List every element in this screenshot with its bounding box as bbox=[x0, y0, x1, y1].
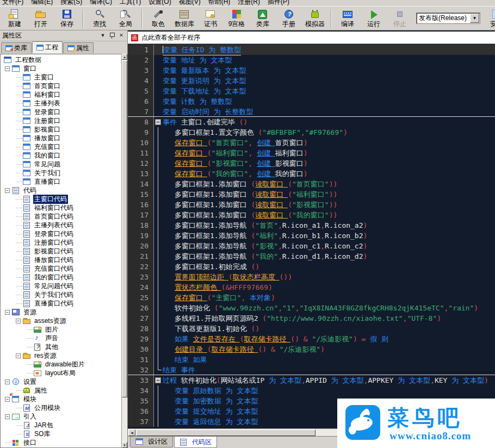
tree-item[interactable]: 主播列表代码 bbox=[1, 221, 121, 229]
tree-item[interactable]: 关于我们 bbox=[1, 169, 121, 177]
toolbar-button-grid9[interactable]: 9宫格 bbox=[224, 8, 250, 29]
tree-item[interactable]: 首页窗口代码 bbox=[1, 212, 121, 221]
toolbar-button-library[interactable]: 类库 bbox=[250, 8, 276, 29]
panel-tab-属性[interactable]: 属性 bbox=[63, 42, 94, 53]
tree-item[interactable]: 属性 bbox=[1, 386, 121, 395]
code-line[interactable]: 16多窗口框架1.添加窗口 (读取窗口 ("影视窗口")) bbox=[128, 200, 495, 210]
tree-collapse-icon[interactable]: − bbox=[5, 397, 10, 402]
menu-item[interactable]: 插件(P) bbox=[268, 0, 289, 6]
tree-collapse-icon[interactable]: − bbox=[5, 310, 10, 315]
build-config-select[interactable]: 发布版(Release)▼ bbox=[416, 13, 480, 24]
tree-item[interactable]: 播放窗口 bbox=[1, 134, 121, 142]
code-line[interactable]: 1变量 任务ID 为 整数型 bbox=[128, 45, 495, 55]
tree-item[interactable]: 关于我们代码 bbox=[1, 290, 121, 299]
tree-item[interactable]: 工程数据 bbox=[1, 55, 121, 64]
scroll-down-icon[interactable]: ▼ bbox=[122, 442, 127, 448]
code-line[interactable]: 13保存窗口 ("我的窗口", 创建 我的窗口) bbox=[128, 169, 495, 179]
code-line[interactable]: 33−过程 软件初始化(网站域名或IP 为 文本型,APPID 为 文本型,AP… bbox=[128, 375, 495, 385]
tree-item[interactable]: 福利窗口 bbox=[1, 90, 121, 99]
tree-item[interactable]: 直播窗口 bbox=[1, 177, 121, 186]
tree-collapse-icon[interactable]: − bbox=[5, 188, 10, 193]
code-line[interactable]: 5变量 下载地址 为 文本型 bbox=[128, 86, 495, 96]
code-line[interactable]: 15多窗口框架1.添加窗口 (读取窗口 ("福利窗口")) bbox=[128, 189, 495, 200]
code-line[interactable]: 4变量 更新说明 为 文本型 bbox=[128, 76, 495, 86]
scroll-up-icon[interactable]: ▲ bbox=[122, 54, 127, 60]
tree-item[interactable]: 直播窗口代码 bbox=[1, 299, 121, 308]
code-line[interactable]: 21多窗口框架1.添加导航 ("我的",R.icon_d1,R.icon_d2) bbox=[128, 251, 495, 262]
code-line[interactable]: 19多窗口框架1.添加导航 ("福利",R.icon_b1,R.icon_b2) bbox=[128, 231, 495, 241]
tree-item[interactable]: 我的窗口 bbox=[1, 151, 121, 160]
tree-item[interactable]: −res资源 bbox=[1, 351, 121, 360]
code-line[interactable]: 27多线程1.开始取网页源码2 ("http://www.90zzh.cn/xi… bbox=[128, 313, 495, 323]
menu-item[interactable]: 编译(C) bbox=[90, 0, 112, 6]
tree-item[interactable]: SO库 bbox=[1, 430, 121, 438]
code-line[interactable]: 2变量 地址 为 文本型 bbox=[128, 55, 495, 65]
tree-item[interactable]: −代码 bbox=[1, 186, 121, 195]
fold-collapse-icon[interactable]: − bbox=[155, 377, 161, 383]
close-icon[interactable]: ✕ bbox=[117, 32, 125, 39]
tree-collapse-icon[interactable]: − bbox=[16, 353, 21, 358]
code-line[interactable]: 9多窗口框架1.置文字颜色 ("#BFBFBF","#F97669") bbox=[128, 127, 495, 138]
tree-item[interactable]: 主播列表 bbox=[1, 99, 121, 108]
panel-tab-工程[interactable]: 工程 bbox=[32, 41, 63, 53]
tree-item[interactable]: 注册窗口代码 bbox=[1, 238, 121, 247]
toolbar-button-certificate[interactable]: 证书 bbox=[197, 8, 224, 29]
tree-item[interactable]: 声音 bbox=[1, 334, 121, 343]
tree-item[interactable]: −assets资源 bbox=[1, 316, 121, 325]
code-line[interactable]: 17多窗口框架1.添加窗口 (读取窗口 ("我的窗口")) bbox=[128, 210, 495, 220]
tree-collapse-icon[interactable]: − bbox=[16, 319, 21, 323]
menu-item[interactable]: 编辑(E) bbox=[31, 0, 53, 6]
code-line[interactable]: 31结束 如果 bbox=[128, 354, 495, 365]
tree-item[interactable]: 充值窗口代码 bbox=[1, 264, 121, 273]
menu-item[interactable]: 搜索(S) bbox=[60, 0, 82, 6]
code-editor[interactable]: 1变量 任务ID 为 整数型2变量 地址 为 文本型3变量 最新版本 为 文本型… bbox=[128, 45, 495, 428]
tree-item[interactable]: 播放窗口代码 bbox=[1, 256, 121, 264]
code-line[interactable]: 14多窗口框架1.添加窗口 (读取窗口 ("首页窗口")) bbox=[128, 179, 495, 189]
tree-item[interactable]: 公用模块 bbox=[1, 403, 121, 412]
hscroll-thumb[interactable] bbox=[136, 430, 315, 436]
scroll-left-icon[interactable]: ◀ bbox=[128, 430, 135, 436]
tree-item[interactable]: 影视窗口代码 bbox=[1, 247, 121, 256]
toolbar-button-manual[interactable]: 手册 bbox=[276, 8, 302, 29]
menu-item[interactable]: 帮助(H) bbox=[208, 0, 231, 6]
tree-item[interactable]: 登录窗口 bbox=[1, 108, 121, 116]
code-line[interactable]: 10保存窗口 ("首页窗口", 创建 首页窗口) bbox=[128, 138, 495, 148]
tree-collapse-icon[interactable]: − bbox=[5, 66, 10, 71]
tree-collapse-icon[interactable]: − bbox=[5, 414, 10, 419]
tree-item[interactable]: 登录窗口代码 bbox=[1, 229, 121, 238]
view-tab-代码区[interactable]: 代码区 bbox=[174, 437, 217, 448]
code-line[interactable]: 8−事件 主窗口.创建完毕 () bbox=[128, 117, 495, 127]
tree-item[interactable]: 我的窗口代码 bbox=[1, 273, 121, 282]
tree-item[interactable]: 其他 bbox=[1, 343, 121, 351]
view-tab-设计区[interactable]: 设计区 bbox=[130, 437, 173, 447]
fold-collapse-icon[interactable]: − bbox=[155, 119, 161, 125]
code-line[interactable]: 6变量 计数 为 整数型 bbox=[128, 96, 495, 107]
tree-item[interactable]: JAR包 bbox=[1, 421, 121, 430]
toolbar-button-new[interactable]: 新建 bbox=[2, 8, 28, 29]
tree-collapse-icon[interactable]: − bbox=[5, 379, 10, 384]
code-line[interactable]: 11保存窗口 ("福利窗口", 创建 福利窗口) bbox=[128, 148, 495, 158]
menu-item[interactable]: 设置(O) bbox=[148, 0, 171, 6]
tree-item[interactable]: layout布局 bbox=[1, 369, 121, 377]
code-line[interactable]: 23置界面顶部边距 (取状态栏高度 ()) bbox=[128, 272, 495, 282]
code-line[interactable]: 34变量 原始数据 为 文本型 bbox=[128, 385, 495, 396]
tree-item[interactable]: −模块 bbox=[1, 395, 121, 403]
menu-item[interactable]: 视图(V) bbox=[179, 0, 201, 6]
code-line[interactable]: 30创建目录 (取存储卡路径 () & "/乐迪影视") bbox=[128, 344, 495, 354]
code-line[interactable]: 12保存窗口 ("影视窗口", 创建 影视窗口) bbox=[128, 158, 495, 169]
tree-item[interactable]: −窗口 bbox=[1, 64, 121, 73]
code-line[interactable]: 20多窗口框架1.添加导航 ("影视",R.icon_c1,R.icon_c2) bbox=[128, 241, 495, 251]
toolbar-button-find[interactable]: 查找 bbox=[86, 8, 113, 29]
tree-item[interactable]: 接口 bbox=[1, 438, 121, 447]
code-line[interactable]: 22多窗口框架1.初始完成 () bbox=[128, 262, 495, 272]
toolbar-button-run[interactable]: 运行 bbox=[361, 8, 387, 29]
tree-item[interactable]: −引入 bbox=[1, 412, 121, 421]
menu-item[interactable]: 工具(T) bbox=[120, 0, 141, 6]
code-line[interactable]: 24置状态栏颜色 (&HFFF97669) bbox=[128, 282, 495, 293]
tree-item[interactable]: −设置 bbox=[1, 377, 121, 386]
code-line[interactable]: 29如果 文件是否存在 (取存储卡路径 () & "/乐迪影视") = 假 则 bbox=[128, 334, 495, 344]
code-line[interactable]: 26软件初始化 ("www.90zzh.cn","1","IqX8INA43F8… bbox=[128, 303, 495, 313]
chevron-down-icon[interactable]: ▼ bbox=[470, 14, 479, 23]
code-line[interactable]: 28下载器更新版1.初始化 () bbox=[128, 323, 495, 334]
menu-item[interactable]: 注册(R) bbox=[238, 0, 260, 6]
